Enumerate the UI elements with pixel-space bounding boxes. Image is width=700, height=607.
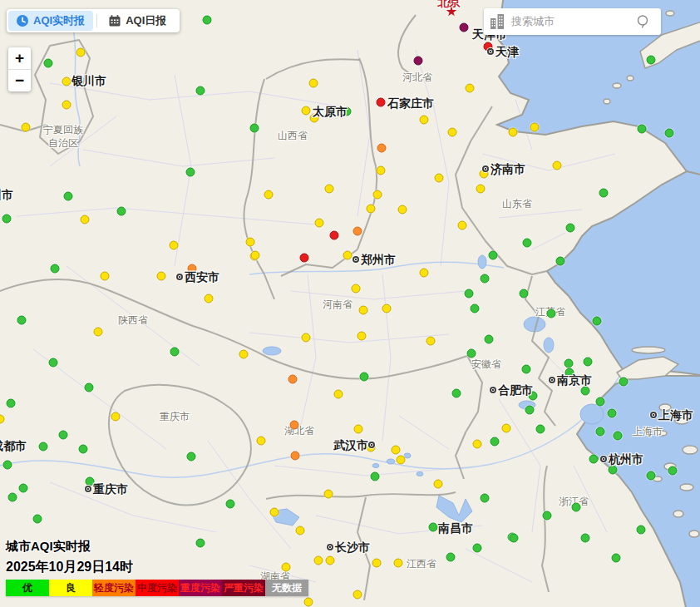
aqi-station-dot[interactable] — [330, 231, 339, 240]
city-search-box[interactable]: 搜索城市 — [484, 8, 661, 35]
aqi-station-dot[interactable] — [647, 471, 656, 481]
aqi-station-dot[interactable] — [619, 378, 629, 387]
aqi-station-dot[interactable] — [647, 56, 656, 65]
aqi-station-dot[interactable] — [596, 397, 605, 407]
aqi-station-dot[interactable] — [79, 445, 88, 454]
city-label[interactable]: 西安市 — [176, 270, 219, 285]
aqi-station-dot[interactable] — [377, 98, 386, 107]
aqi-station-dot[interactable] — [665, 129, 674, 138]
aqi-station-dot[interactable] — [226, 500, 235, 509]
city-label[interactable]: 银川市 — [71, 74, 106, 89]
aqi-station-dot[interactable] — [485, 335, 494, 344]
aqi-station-dot[interactable] — [581, 534, 590, 543]
aqi-station-dot[interactable] — [8, 493, 17, 502]
aqi-station-dot[interactable] — [196, 539, 205, 548]
aqi-station-dot[interactable] — [2, 215, 12, 224]
aqi-station-dot[interactable] — [481, 494, 490, 503]
aqi-station-dot[interactable] — [481, 274, 490, 284]
city-label[interactable]: 杭州市 — [600, 452, 643, 467]
city-label[interactable]: 太原市 — [313, 105, 348, 120]
aqi-station-dot[interactable] — [522, 365, 531, 374]
aqi-station-dot[interactable] — [458, 221, 467, 230]
aqi-station-dot[interactable] — [460, 23, 469, 32]
aqi-station-dot[interactable] — [473, 544, 482, 553]
aqi-station-dot[interactable] — [566, 224, 575, 233]
aqi-station-dot[interactable] — [420, 269, 429, 278]
aqi-station-dot[interactable] — [186, 168, 195, 177]
aqi-station-dot[interactable] — [599, 189, 609, 198]
aqi-station-dot[interactable] — [510, 534, 519, 543]
aqi-station-dot[interactable] — [612, 554, 621, 563]
search-icon[interactable] — [636, 14, 651, 29]
aqi-station-dot[interactable] — [7, 399, 16, 408]
aqi-station-dot[interactable] — [668, 466, 678, 476]
aqi-station-dot[interactable] — [302, 333, 311, 343]
aqi-station-dot[interactable] — [638, 125, 647, 134]
aqi-station-dot[interactable] — [637, 526, 646, 535]
aqi-station-dot[interactable] — [466, 84, 475, 93]
aqi-station-dot[interactable] — [353, 590, 362, 600]
aqi-station-dot[interactable] — [44, 59, 53, 68]
aqi-station-dot[interactable] — [290, 421, 299, 430]
aqi-station-dot[interactable] — [367, 205, 376, 214]
aqi-station-dot[interactable] — [426, 337, 436, 346]
city-label[interactable]: 兰州市 — [0, 188, 13, 203]
aqi-station-dot[interactable] — [420, 116, 429, 125]
aqi-station-dot[interactable] — [434, 480, 443, 489]
aqi-station-dot[interactable] — [315, 219, 324, 228]
aqi-station-dot[interactable] — [593, 317, 602, 326]
aqi-station-dot[interactable] — [251, 251, 260, 260]
aqi-station-dot[interactable] — [589, 455, 599, 464]
city-label[interactable]: 南昌市 — [438, 521, 473, 536]
aqi-station-dot[interactable] — [264, 190, 274, 200]
aqi-station-dot[interactable] — [520, 289, 529, 299]
city-label[interactable]: 郑州市 — [352, 253, 396, 268]
aqi-station-dot[interactable] — [490, 437, 500, 447]
aqi-station-dot[interactable] — [502, 424, 511, 433]
aqi-station-dot[interactable] — [473, 440, 482, 449]
city-label[interactable]: 重庆市 — [85, 482, 128, 497]
aqi-station-dot[interactable] — [302, 106, 311, 116]
aqi-station-dot[interactable] — [530, 123, 540, 132]
aqi-station-dot[interactable] — [392, 446, 401, 455]
aqi-station-dot[interactable] — [343, 251, 352, 260]
aqi-station-dot[interactable] — [187, 452, 196, 461]
aqi-station-dot[interactable] — [196, 86, 205, 96]
aqi-station-dot[interactable] — [170, 348, 180, 357]
city-label[interactable]: 上海市 — [650, 408, 693, 423]
aqi-station-dot[interactable] — [429, 523, 438, 532]
city-label[interactable]: 武汉市 — [333, 438, 377, 453]
aqi-station-dot[interactable] — [205, 294, 214, 304]
aqi-station-dot[interactable] — [448, 128, 457, 137]
aqi-station-dot[interactable] — [509, 128, 518, 137]
aqi-station-dot[interactable] — [17, 316, 27, 325]
aqi-station-dot[interactable] — [257, 437, 266, 446]
aqi-station-dot[interactable] — [543, 511, 552, 521]
aqi-station-dot[interactable] — [608, 409, 617, 418]
aqi-station-dot[interactable] — [101, 272, 110, 281]
city-label[interactable]: 成都市 — [0, 439, 27, 454]
aqi-station-dot[interactable] — [553, 161, 562, 170]
aqi-station-dot[interactable] — [556, 257, 565, 266]
aqi-station-dot[interactable] — [85, 383, 94, 392]
aqi-station-dot[interactable] — [357, 332, 367, 341]
aqi-station-dot[interactable] — [94, 328, 103, 337]
aqi-station-dot[interactable] — [572, 503, 581, 512]
zoom-in-button[interactable]: + — [8, 47, 31, 69]
aqi-station-dot[interactable] — [33, 515, 42, 524]
city-label[interactable]: 长沙市 — [327, 540, 370, 555]
aqi-station-dot[interactable] — [324, 490, 333, 499]
aqi-station-dot[interactable] — [325, 185, 334, 194]
aqi-station-dot[interactable] — [452, 389, 461, 398]
aqi-station-dot[interactable] — [467, 349, 476, 358]
aqi-station-dot[interactable] — [314, 556, 323, 565]
aqi-station-dot[interactable] — [334, 390, 343, 399]
aqi-station-dot[interactable] — [596, 427, 605, 437]
aqi-station-dot[interactable] — [394, 559, 403, 568]
aqi-station-dot[interactable] — [373, 190, 382, 200]
search-input[interactable]: 搜索城市 — [511, 14, 636, 29]
aqi-station-dot[interactable] — [62, 101, 71, 110]
aqi-station-dot[interactable] — [584, 358, 593, 367]
aqi-station-dot[interactable] — [564, 359, 574, 368]
tab-aqi-realtime[interactable]: AQI实时报 — [8, 11, 93, 31]
